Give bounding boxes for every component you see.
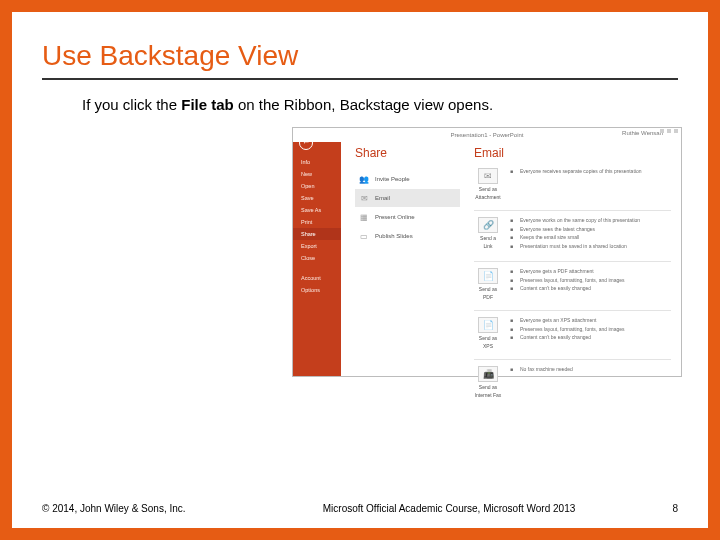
- body-prefix: If you click the: [82, 96, 181, 113]
- email-option-block: 📠Send asInternet FaxNo fax machine neede…: [474, 366, 671, 398]
- bullet-item: Preserves layout, formatting, fonts, and…: [510, 277, 671, 286]
- send-a-link-button[interactable]: 🔗Send aLink: [474, 217, 502, 251]
- signed-in-user: Ruthie Wensan: [622, 130, 663, 136]
- share-item-publish-slides[interactable]: ▭Publish Slides: [355, 227, 460, 245]
- bullet-item: Content can't be easily changed: [510, 334, 671, 343]
- button-label-line1: Send as: [479, 286, 497, 292]
- share-heading: Share: [355, 146, 460, 160]
- button-label-line1: Send as: [479, 186, 497, 192]
- bullet-item: Everyone gets an XPS attachment: [510, 317, 671, 326]
- divider: [474, 310, 671, 311]
- share-item-label: Publish Slides: [375, 233, 413, 239]
- email-column: Email ✉Send asAttachmentEveryone receive…: [460, 146, 671, 370]
- invite-people-icon: 👥: [358, 174, 370, 184]
- email-option-icon: 📄: [478, 268, 498, 284]
- bullet-item: Everyone works on the same copy of this …: [510, 217, 671, 226]
- bullet-item: Everyone sees the latest changes: [510, 226, 671, 235]
- send-as-pdf-button[interactable]: 📄Send asPDF: [474, 268, 502, 300]
- body-suffix: on the Ribbon, Backstage view opens.: [234, 96, 493, 113]
- backstage-sidebar: ← InfoNewOpenSaveSave AsPrintShareExport…: [293, 128, 341, 376]
- minimize-icon[interactable]: [660, 129, 664, 133]
- slide-frame: Use Backstage View If you click the File…: [0, 0, 720, 540]
- publish-slides-icon: ▭: [358, 231, 370, 241]
- powerpoint-backstage-window: Presentation1 - PowerPoint Ruthie Wensan…: [292, 127, 682, 377]
- slide-footer: © 2014, John Wiley & Sons, Inc. Microsof…: [42, 503, 678, 514]
- divider: [474, 359, 671, 360]
- sidebar-item-export[interactable]: Export: [293, 240, 341, 252]
- button-label-line2: PDF: [483, 294, 493, 300]
- bullet-item: Everyone gets a PDF attachment: [510, 268, 671, 277]
- body-bold: File tab: [181, 96, 234, 113]
- window-controls: [660, 129, 678, 133]
- email-option-block: 📄Send asXPSEveryone gets an XPS attachme…: [474, 317, 671, 349]
- sidebar-item-new[interactable]: New: [293, 168, 341, 180]
- footer-course: Microsoft Official Academic Course, Micr…: [186, 503, 673, 514]
- sidebar-item-open[interactable]: Open: [293, 180, 341, 192]
- button-label-line2: Link: [483, 243, 492, 249]
- sidebar-item-save[interactable]: Save: [293, 192, 341, 204]
- bullet-item: No fax machine needed: [510, 366, 671, 375]
- send-as-attachment-button[interactable]: ✉Send asAttachment: [474, 168, 502, 200]
- email-option-bullets: Everyone gets a PDF attachmentPreserves …: [510, 268, 671, 300]
- share-item-email[interactable]: ✉Email: [355, 189, 460, 207]
- sidebar-item-print[interactable]: Print: [293, 216, 341, 228]
- button-label-line2: Attachment: [475, 194, 500, 200]
- slide-title: Use Backstage View: [42, 40, 678, 80]
- share-item-invite-people[interactable]: 👥Invite People: [355, 170, 460, 188]
- email-option-block: 📄Send asPDFEveryone gets a PDF attachmen…: [474, 268, 671, 300]
- email-option-bullets: No fax machine needed: [510, 366, 671, 398]
- sidebar-item-info[interactable]: Info: [293, 156, 341, 168]
- email-option-block: 🔗Send aLinkEveryone works on the same co…: [474, 217, 671, 251]
- footer-page-number: 8: [672, 503, 678, 514]
- bullet-item: Preserves layout, formatting, fonts, and…: [510, 326, 671, 335]
- bullet-item: Content can't be easily changed: [510, 285, 671, 294]
- email-option-icon: 📄: [478, 317, 498, 333]
- bullet-item: Keeps the email size small: [510, 234, 671, 243]
- divider: [474, 210, 671, 211]
- present-online-icon: ▦: [358, 212, 370, 222]
- button-label-line1: Send a: [480, 235, 496, 241]
- close-icon[interactable]: [674, 129, 678, 133]
- share-item-label: Invite People: [375, 176, 410, 182]
- window-title: Presentation1 - PowerPoint: [450, 132, 523, 138]
- email-option-bullets: Everyone gets an XPS attachmentPreserves…: [510, 317, 671, 349]
- email-option-bullets: Everyone receives separate copies of thi…: [510, 168, 671, 200]
- button-label-line1: Send as: [479, 335, 497, 341]
- email-option-icon: 🔗: [478, 217, 498, 233]
- send-as-xps-button[interactable]: 📄Send asXPS: [474, 317, 502, 349]
- button-label-line1: Send as: [479, 384, 497, 390]
- maximize-icon[interactable]: [667, 129, 671, 133]
- email-option-bullets: Everyone works on the same copy of this …: [510, 217, 671, 251]
- backstage-main: Share 👥Invite People✉Email▦Present Onlin…: [341, 128, 681, 376]
- sidebar-item-options[interactable]: Options: [293, 284, 341, 296]
- share-item-label: Email: [375, 195, 390, 201]
- bullet-item: Everyone receives separate copies of thi…: [510, 168, 671, 177]
- slide-body: If you click the File tab on the Ribbon,…: [82, 96, 678, 113]
- footer-copyright: © 2014, John Wiley & Sons, Inc.: [42, 503, 186, 514]
- sidebar-item-save-as[interactable]: Save As: [293, 204, 341, 216]
- email-icon: ✉: [358, 193, 370, 203]
- divider: [474, 261, 671, 262]
- backstage-screenshot: Presentation1 - PowerPoint Ruthie Wensan…: [292, 127, 682, 377]
- send-as-internet-fax-button[interactable]: 📠Send asInternet Fax: [474, 366, 502, 398]
- sidebar-item-account[interactable]: Account: [293, 272, 341, 284]
- sidebar-item-close[interactable]: Close: [293, 252, 341, 264]
- sidebar-item-share[interactable]: Share: [293, 228, 341, 240]
- email-heading: Email: [474, 146, 671, 160]
- email-option-icon: 📠: [478, 366, 498, 382]
- email-option-icon: ✉: [478, 168, 498, 184]
- share-column: Share 👥Invite People✉Email▦Present Onlin…: [355, 146, 460, 370]
- share-item-present-online[interactable]: ▦Present Online: [355, 208, 460, 226]
- button-label-line2: Internet Fax: [475, 392, 502, 398]
- sidebar-item-spacer: [293, 264, 341, 272]
- bullet-item: Presentation must be saved in a shared l…: [510, 243, 671, 252]
- email-option-block: ✉Send asAttachmentEveryone receives sepa…: [474, 168, 671, 200]
- share-item-label: Present Online: [375, 214, 415, 220]
- button-label-line2: XPS: [483, 343, 493, 349]
